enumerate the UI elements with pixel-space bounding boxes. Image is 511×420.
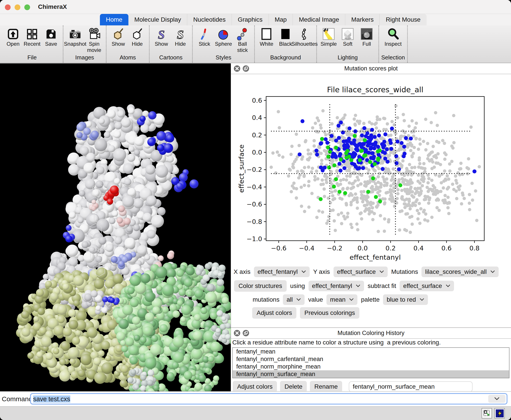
ribbon-group-cartoons: SShowSHideCartoons — [150, 25, 193, 63]
ribbon-button-lighting-full[interactable]: Full — [357, 25, 376, 54]
ribbon-group-label: Background — [270, 54, 301, 63]
command-input[interactable]: save test.cxs — [30, 393, 507, 405]
previous-colorings-button[interactable]: Previous colorings — [300, 307, 359, 319]
lightning-icon — [496, 409, 504, 417]
ribbon-button-cartoons-hide[interactable]: SHide — [171, 25, 190, 54]
graphics-viewport[interactable] — [0, 63, 231, 391]
ribbon-button-selection-inspect[interactable]: Inspect — [383, 25, 403, 54]
plot-action-buttons: Adjust colors Previous colorings — [252, 308, 359, 318]
svg-text:S: S — [177, 28, 184, 40]
rename-input[interactable] — [349, 381, 472, 392]
ribbon-button-label: Hide — [132, 41, 143, 47]
ribbon-group-background: WhiteBlackSilhouettesBackground — [255, 25, 317, 63]
y-axis-select[interactable]: effect_surface — [333, 267, 388, 277]
color-structures-controls: Color structures using effect_fentanyl s… — [234, 281, 454, 291]
svg-text:0.4: 0.4 — [252, 114, 262, 121]
fast-mode-button[interactable] — [495, 408, 505, 419]
plot-axis-controls: X axis effect_fentanyl Y axis effect_sur… — [234, 267, 499, 277]
tab-graphics[interactable]: Graphics — [232, 14, 269, 25]
chevron-down-icon — [490, 270, 495, 273]
ribbon-group-label: Atoms — [120, 54, 136, 63]
snapshot-icon — [69, 28, 82, 40]
ribbon-button-background-white[interactable]: White — [257, 25, 276, 54]
adjust-colors-button[interactable]: Adjust colors — [252, 307, 296, 319]
ribbon-button-file-save[interactable]: Save — [42, 25, 61, 54]
ribbon-button-background-black[interactable]: Black — [276, 25, 295, 54]
ribbon-button-lighting-soft[interactable]: Soft — [338, 25, 357, 54]
ribbon-button-images-snapshot[interactable]: Snapshot — [66, 25, 85, 54]
selection-box-button[interactable] — [482, 408, 492, 419]
ribbon-button-file-recent[interactable]: Recent — [23, 25, 42, 54]
history-delete-button[interactable]: Delete — [280, 381, 307, 392]
palette-label: palette — [361, 296, 379, 303]
command-bar: Command: save test.cxs — [0, 391, 511, 406]
tab-markers[interactable]: Markers — [345, 14, 380, 25]
chimerax-window: ChimeraX HomeMolecule DisplayNucleotides… — [0, 0, 511, 420]
ribbon-group-file: OpenRecentSaveFile — [1, 25, 63, 63]
svg-text:0.6: 0.6 — [441, 244, 452, 252]
zoom-window-button[interactable] — [24, 4, 30, 10]
x-axis-select[interactable]: effect_fentanyl — [254, 267, 310, 277]
minimize-window-button[interactable] — [15, 4, 20, 10]
history-item-fentanyl_norm_carfentanil_mean[interactable]: fentanyl_norm_carfentanil_mean — [233, 355, 509, 363]
ribbon-button-styles-ball-stick[interactable]: Ball stick — [233, 25, 252, 54]
svg-text:−0.2: −0.2 — [327, 244, 342, 252]
svg-text:−1.0: −1.0 — [247, 235, 262, 243]
using-label: using — [290, 282, 305, 290]
ribbon-button-label: Hide — [175, 41, 186, 47]
history-item-fentanyl_mean[interactable]: fentanyl_mean — [233, 348, 509, 355]
ribbon-button-atoms-hide[interactable]: Hide — [128, 25, 147, 54]
ribbon-button-atoms-show[interactable]: Show — [109, 25, 128, 54]
subtract-fit-select[interactable]: effect_surface — [400, 281, 454, 291]
value-select[interactable]: mean — [326, 294, 357, 305]
command-label: Command: — [2, 391, 34, 406]
using-select[interactable]: effect_fentanyl — [309, 281, 364, 291]
tab-molecule-display[interactable]: Molecule Display — [128, 14, 187, 25]
ribbon-group-label: Styles — [216, 54, 232, 63]
ribbon-button-lighting-simple[interactable]: Simple — [319, 25, 338, 54]
cartoons-show-icon: S — [155, 28, 168, 40]
chevron-down-icon — [301, 270, 306, 273]
history-panel-title: Mutation Coloring History — [231, 328, 511, 338]
chevron-down-icon — [379, 270, 384, 273]
ribbon-button-cartoons-show[interactable]: SShow — [152, 25, 171, 54]
ribbon-button-file-open[interactable]: Open — [4, 25, 23, 54]
ribbon-button-background-silhouettes[interactable]: Silhouettes — [295, 25, 314, 54]
silhouettes-icon — [298, 28, 311, 40]
history-adjust-colors-button[interactable]: Adjust colors — [233, 381, 277, 392]
command-history-dropdown-button[interactable] — [488, 395, 505, 403]
spin-movie-icon — [88, 28, 101, 40]
tab-home[interactable]: Home — [100, 14, 128, 25]
color-structures-button[interactable]: Color structures — [234, 280, 287, 292]
tab-right-mouse[interactable]: Right Mouse — [380, 14, 426, 25]
mutations-select[interactable]: lilace_scores_wide_all — [421, 267, 499, 277]
tab-map[interactable]: Map — [269, 14, 293, 25]
tab-nucleotides[interactable]: Nucleotides — [187, 14, 232, 25]
ribbon-button-label: Open — [7, 41, 20, 47]
tab-medical-image[interactable]: Medical Image — [293, 14, 345, 25]
history-item-fentanyl_norm_morphine_mean[interactable]: fentanyl_norm_morphine_mean — [233, 363, 509, 370]
ribbon-button-styles-sphere[interactable]: Sphere — [214, 25, 233, 54]
history-instruction: Click a residue attribute name to color … — [232, 339, 441, 346]
ribbon-button-label: Soft — [343, 41, 353, 47]
svg-text:0.4: 0.4 — [414, 244, 424, 252]
mutation-scatter-plot[interactable]: File lilace_scores_wide_all−0.6−0.4−0.20… — [231, 74, 511, 266]
history-item-fentanyl_norm_surface_mean[interactable]: fentanyl_norm_surface_mean — [233, 370, 509, 378]
selection-box-icon — [483, 409, 491, 417]
ribbon-button-styles-stick[interactable]: Stick — [195, 25, 214, 54]
mutations-filter-select[interactable]: all — [283, 294, 305, 305]
molecule-3d-view[interactable] — [0, 63, 231, 391]
plot-panel-header: Mutation scores plot — [231, 63, 511, 74]
mutations-label: Mutations — [391, 268, 418, 275]
ribbon-toolbar: OpenRecentSaveFileSnapshotSpin movieImag… — [0, 25, 511, 63]
title-bar: ChimeraX — [0, 0, 511, 14]
svg-text:0.8: 0.8 — [469, 244, 480, 252]
close-window-button[interactable] — [5, 4, 11, 10]
svg-text:−0.2: −0.2 — [247, 166, 262, 173]
recent-icon — [26, 28, 39, 40]
palette-select[interactable]: blue to red — [383, 294, 428, 305]
ribbon-group-styles: StickSphereBall stickStyles — [193, 25, 255, 63]
history-rename-button[interactable]: Rename — [310, 381, 342, 392]
ribbon-group-selection: InspectSelection — [379, 25, 408, 63]
ribbon-button-images-spin-movie[interactable]: Spin movie — [85, 25, 104, 54]
